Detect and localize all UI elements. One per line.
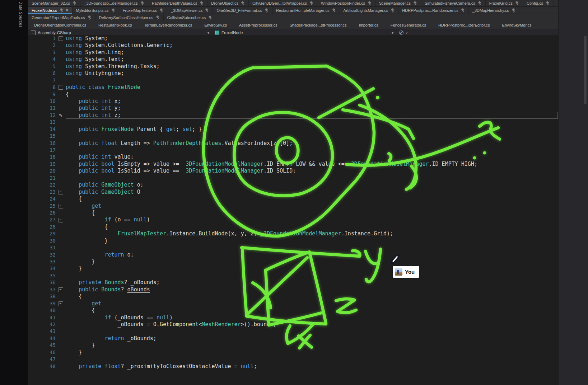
code-line[interactable]: 20 public bool IsSolid => value == _3DFo… [28, 168, 559, 174]
fold-collapse-icon[interactable] [59, 190, 63, 194]
pin-icon[interactable] [111, 8, 115, 13]
tab-FruxelGrid.cs[interactable]: FruxelGrid.cs [486, 0, 523, 6]
code-line[interactable]: 35 [28, 272, 559, 279]
tab-DroneObject.cs[interactable]: DroneObject.cs [207, 0, 249, 6]
code-editor[interactable]: 1using System;2using System.Collections.… [28, 35, 559, 385]
pin-icon[interactable] [159, 8, 163, 13]
tab-CollisionSubscriber.cs[interactable]: CollisionSubscriber.cs [164, 14, 216, 21]
tab-Importer.cs[interactable]: Importer.cs [353, 21, 384, 29]
tab-TerrainLayerRandomizer.cs[interactable]: TerrainLayerRandomizer.cs [138, 21, 198, 29]
code-line[interactable]: 6using UnityEngine; [28, 70, 559, 77]
tab-HDRPPostproc...Randomizer.cs[interactable]: HDRPPostproc...Randomizer.cs [398, 7, 469, 14]
tab-ArtificialLightsManager.cs[interactable]: ArtificialLightsManager.cs [340, 7, 399, 14]
code-line[interactable]: 37 public Bounds? oBounds [28, 286, 559, 293]
code-line[interactable]: 22 public GameObject o; [28, 182, 559, 188]
code-line[interactable]: 3using System.Linq; [28, 49, 559, 56]
tab-DroneOrientationController.cs[interactable]: DroneOrientationController.cs [28, 21, 92, 29]
tab-RestaurantHook.cs[interactable]: RestaurantHook.cs [92, 21, 138, 29]
code-line[interactable]: 32 return o; [28, 252, 559, 258]
pin-icon[interactable] [546, 1, 550, 5]
tab-Config.cs[interactable]: Config.cs [523, 0, 554, 6]
code-line[interactable]: 7 [28, 77, 559, 84]
tab-SceneManager_02.cs[interactable]: SceneManager_02.cs [28, 0, 80, 6]
code-line[interactable]: 30 } [28, 238, 559, 244]
code-line[interactable]: 21 [28, 175, 559, 182]
code-line[interactable]: 4using System.Text; [28, 56, 559, 63]
tab-SceneManager.cs[interactable]: SceneManager.cs [375, 0, 421, 6]
pin-icon[interactable] [205, 8, 209, 13]
code-line[interactable]: 31 [28, 244, 559, 251]
close-icon[interactable]: × [66, 8, 69, 13]
pin-icon[interactable] [368, 1, 372, 5]
code-line[interactable]: 44 return _oBounds; [28, 335, 559, 342]
code-line[interactable]: 28 { [28, 224, 559, 230]
pin-icon[interactable] [88, 15, 92, 20]
tab-EnviroSkyMgr.cs[interactable]: EnviroSkyMgr.cs [496, 21, 538, 29]
tab-FruxelMapTester.cs[interactable]: FruxelMapTester.cs [119, 7, 167, 14]
pin-icon[interactable] [140, 1, 144, 5]
code-line[interactable]: 39 get [28, 300, 559, 307]
code-line[interactable]: 36 private Bounds? _oBounds; [28, 279, 559, 286]
code-line[interactable]: 26 { [28, 210, 559, 216]
code-line[interactable]: 48 private float? _proximityToClosestObs… [28, 363, 559, 370]
code-line[interactable]: 23 public GameObject O [28, 189, 559, 196]
pin-icon[interactable] [208, 15, 212, 20]
pin-icon[interactable] [265, 8, 269, 13]
code-line[interactable]: 15 [28, 133, 559, 140]
tool-tab-data-sources[interactable]: Data Sources [19, 1, 23, 28]
code-line[interactable]: 34 } [28, 265, 559, 272]
tab-OneSec3D_FileFormat.cs[interactable]: OneSec3D_FileFormat.cs [213, 7, 272, 14]
code-line[interactable]: 12✎ public int z; [28, 112, 559, 119]
code-line[interactable]: 10 public int x; [28, 98, 559, 105]
pin-icon[interactable] [478, 1, 482, 5]
code-line[interactable]: 11 public int y; [28, 105, 559, 112]
tab-_3DMapHierarchy.cs[interactable]: _3DMapHierarchy.cs [469, 7, 519, 14]
tab-AssetPreprocessor.cs[interactable]: AssetPreprocessor.cs [233, 21, 283, 29]
code-line[interactable]: 42 _oBounds = O.GetComponent<MeshRendere… [28, 321, 559, 328]
pin-icon[interactable] [512, 8, 515, 13]
code-line[interactable]: 25 get [28, 203, 559, 210]
tab-DeliverySurfaceClassHelper.cs[interactable]: DeliverySurfaceClassHelper.cs [95, 14, 164, 21]
fold-collapse-icon[interactable] [59, 204, 63, 208]
code-line[interactable]: 45 } [28, 342, 559, 349]
scrollbar-track[interactable] [558, 0, 588, 385]
code-line[interactable]: 18 public int value; [28, 154, 559, 160]
fold-collapse-icon[interactable] [59, 85, 63, 90]
code-line[interactable]: 47 [28, 356, 559, 363]
tab-MyEditorScripts.cs[interactable]: MyEditorScripts.cs [73, 7, 119, 14]
chevron-down-icon[interactable]: ▾ [207, 31, 209, 35]
fold-collapse-icon[interactable] [59, 287, 63, 292]
code-line[interactable]: 5using System.Threading.Tasks; [28, 63, 559, 70]
tab-ShaderPackage...stProcessor.cs[interactable]: ShaderPackage...stProcessor.cs [283, 21, 353, 29]
code-line[interactable]: 38 { [28, 293, 559, 300]
tab-PathfinderDepthValues.cs[interactable]: PathfinderDepthValues.cs [148, 0, 207, 6]
pin-icon[interactable] [241, 1, 245, 5]
tab-FruxelNode.cs[interactable]: FruxelNode.cs× [28, 7, 73, 14]
code-line[interactable]: 17 [28, 147, 559, 154]
tab-EnviroSky.cs[interactable]: EnviroSky.cs [198, 21, 233, 29]
tab-RestaurantHo...pleManager.cs[interactable]: RestaurantHo...pleManager.cs [272, 7, 340, 14]
pin-icon[interactable] [332, 8, 336, 13]
pin-icon[interactable] [156, 15, 160, 20]
code-line[interactable]: 8public class FruxelNode [28, 84, 559, 91]
pin-icon[interactable] [200, 1, 204, 5]
code-line[interactable]: 13 [28, 119, 559, 126]
tab-Generator2ExportMapTools.cs[interactable]: Generator2ExportMapTools.cs [28, 14, 95, 21]
tab-_3DFoundatio...delManager.cs[interactable]: _3DFoundatio...delManager.cs [80, 0, 148, 6]
fold-collapse-icon[interactable] [59, 218, 63, 222]
tab-FencesGenerator.cs[interactable]: FencesGenerator.cs [384, 21, 432, 29]
code-line[interactable]: 2using System.Collections.Generic; [28, 42, 559, 49]
code-line[interactable]: 40 { [28, 307, 559, 314]
tab-WindowPositionFinder.cs[interactable]: WindowPositionFinder.cs [317, 0, 375, 6]
pin-icon[interactable] [391, 8, 395, 13]
fold-collapse-icon[interactable] [59, 36, 63, 41]
tab-HDRPPostproc...izerEditor.cs[interactable]: HDRPPostproc...izerEditor.cs [432, 21, 496, 29]
code-line[interactable]: 24 { [28, 196, 559, 202]
pin-icon[interactable] [461, 8, 465, 13]
code-line[interactable]: 43 [28, 328, 559, 335]
code-line[interactable]: 33 } [28, 258, 559, 265]
code-line[interactable]: 16 public float Length => PathfinderDept… [28, 140, 559, 147]
code-line[interactable]: 9{ [28, 91, 559, 98]
scrollbar-thumb[interactable] [584, 36, 587, 104]
pin-icon[interactable] [309, 1, 313, 5]
